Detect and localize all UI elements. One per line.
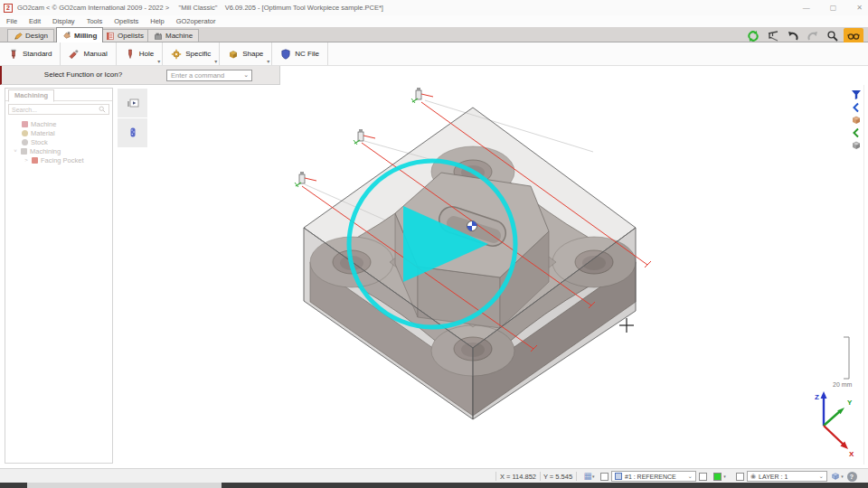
titlebar: 2 GO2cam < © GO2cam International 2009 -…: [0, 0, 868, 15]
milling-ribbon: Standard Manual Hole ▾ Specific ▾ Shape …: [0, 42, 868, 66]
reference-combobox[interactable]: #1 : REFERENCE ⌄: [611, 471, 696, 482]
simulation-button[interactable]: [118, 89, 147, 117]
menu-display[interactable]: Display: [52, 17, 75, 25]
command-strip: Select Function or Icon? Enter a command…: [0, 66, 280, 85]
collapse-blue-icon[interactable]: [849, 101, 863, 113]
tree-item-material[interactable]: Material: [5, 128, 112, 137]
grid-icon: ▦: [584, 472, 592, 481]
cursor-x-coordinate: X = 114.852: [498, 473, 538, 481]
shape-dropdown-arrow[interactable]: ▾: [267, 58, 269, 64]
command-combobox[interactable]: Enter a command ⌄: [166, 70, 252, 81]
specific-label: Specific: [185, 50, 211, 58]
tree-item-stock[interactable]: Stock: [5, 137, 112, 146]
tree-item-machining[interactable]: ˅ Machining: [5, 146, 112, 155]
tab-milling[interactable]: Milling: [56, 27, 103, 42]
reference-chevron-icon[interactable]: ⌄: [688, 473, 693, 480]
tab-design-label: Design: [25, 32, 48, 40]
tree-item-facing-pocket[interactable]: ˃ Facing Pocket: [5, 155, 112, 164]
3d-viewport[interactable]: 20 mm Z Y X Machining: [0, 85, 868, 468]
hole-icon: [125, 49, 136, 60]
reference-value: #1 : REFERENCE: [625, 474, 676, 480]
opelists-icon: [106, 32, 115, 41]
tab-opelists[interactable]: Opelists: [99, 29, 150, 42]
shape-icon: [228, 49, 239, 60]
help-icon: ?: [847, 472, 857, 482]
menu-tools[interactable]: Tools: [87, 17, 103, 25]
axis-x-label: X: [849, 450, 854, 458]
collapse-green-icon[interactable]: [849, 127, 863, 138]
filter-icon[interactable]: [849, 89, 863, 100]
shape-label: Shape: [242, 50, 263, 58]
shape-button[interactable]: Shape ▾: [220, 42, 272, 65]
minimize-button[interactable]: —: [803, 4, 810, 12]
machine-icon: [154, 32, 163, 41]
manual-button[interactable]: Manual: [61, 42, 116, 65]
view-cube-icon: [831, 472, 840, 481]
status-divider: [576, 472, 577, 481]
layer-chevron-icon[interactable]: ⌄: [819, 473, 824, 480]
collapse-chevron-icon[interactable]: ˅: [13, 148, 18, 154]
scale-bar: 20 mm: [833, 337, 853, 388]
part-box-icon[interactable]: [849, 139, 863, 151]
hole-button[interactable]: Hole ▾: [117, 42, 163, 65]
command-prompt: Select Function or Icon?: [2, 70, 165, 79]
search-input[interactable]: Search...: [8, 104, 109, 115]
go2cam-window: 2 GO2cam < © GO2cam International 2009 -…: [0, 0, 868, 488]
origin-marker: [467, 221, 477, 231]
menu-edit[interactable]: Edit: [29, 17, 41, 25]
help-button[interactable]: ?: [846, 471, 857, 482]
color-picker-button[interactable]: ▾: [710, 471, 730, 482]
module-tabbar: Design Milling Opelists Machine: [0, 27, 868, 42]
search-placeholder: Search...: [12, 107, 37, 113]
grid-toggle-button[interactable]: ▦▾: [581, 471, 597, 482]
machining-panel-tab[interactable]: Machining: [8, 89, 54, 102]
menu-opelists[interactable]: Opelists: [114, 17, 138, 25]
tree-item-machine[interactable]: Machine: [5, 119, 112, 128]
axis-triad: Z Y X: [815, 391, 854, 458]
cursor-y-coordinate: Y = 5.545: [542, 473, 574, 481]
standard-button[interactable]: Standard: [0, 42, 61, 65]
tool-display-button[interactable]: [118, 118, 147, 147]
layer-value: LAYER : 1: [759, 474, 788, 480]
video-progress-strip[interactable]: [0, 483, 868, 488]
command-combobox-chevron-icon[interactable]: ⌄: [243, 71, 249, 79]
tab-machine[interactable]: Machine: [147, 29, 199, 42]
reference-cube-icon: [615, 473, 622, 480]
nc-file-button[interactable]: NC File: [272, 42, 328, 65]
menu-help[interactable]: Help: [150, 17, 164, 25]
stock-node-icon: [22, 139, 28, 145]
milling-icon: [62, 31, 71, 40]
tab-milling-label: Milling: [74, 32, 97, 40]
tab-machine-label: Machine: [165, 32, 193, 40]
layer-eye-icon: ◉: [750, 473, 756, 480]
status-divider: [540, 472, 541, 481]
app-logo-icon: 2: [4, 4, 13, 13]
tool-marker: [354, 129, 375, 145]
command-combobox-value: Enter a command: [171, 71, 224, 80]
menubar: File Edit Display Tools Opelists Help GO…: [0, 15, 868, 27]
specific-button[interactable]: Specific ▾: [163, 42, 220, 65]
close-button[interactable]: ✕: [856, 4, 863, 12]
view-cube-button[interactable]: ▾: [830, 471, 844, 482]
tool-marker: [411, 88, 433, 103]
manual-icon: [69, 49, 80, 60]
menu-file[interactable]: File: [6, 17, 17, 25]
layer-checkbox[interactable]: [736, 473, 744, 481]
tab-design[interactable]: Design: [7, 29, 54, 42]
hole-label: Hole: [139, 50, 154, 58]
specific-dropdown-arrow[interactable]: ▾: [214, 58, 217, 64]
color-checkbox[interactable]: [699, 473, 707, 481]
status-divider: [495, 472, 496, 481]
expand-chevron-icon[interactable]: ˃: [24, 157, 29, 163]
maximize-button[interactable]: ▢: [830, 4, 837, 12]
axis-y-label: Y: [847, 399, 853, 407]
scale-label: 20 mm: [833, 381, 853, 388]
stock-box-icon[interactable]: [849, 114, 863, 126]
machining-node-icon: [21, 148, 27, 155]
reference-checkbox[interactable]: [600, 473, 609, 481]
layer-combobox[interactable]: ◉ LAYER : 1 ⌄: [747, 471, 827, 482]
hole-dropdown-arrow[interactable]: ▾: [157, 58, 160, 64]
menu-go2operator[interactable]: GO2operator: [176, 17, 216, 25]
tree-item-machining-label: Machining: [30, 147, 61, 155]
specific-icon: [171, 49, 182, 60]
